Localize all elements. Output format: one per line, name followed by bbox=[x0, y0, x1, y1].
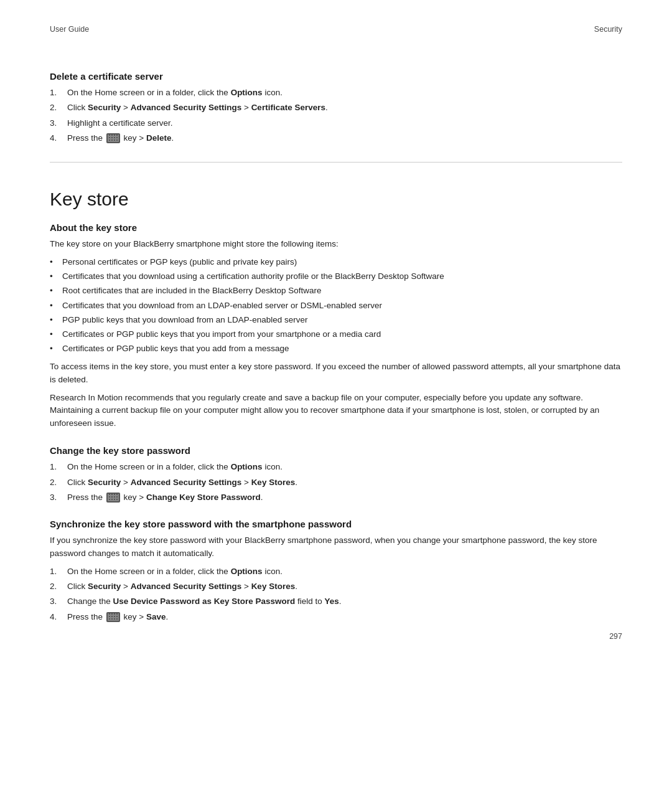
key-store-section: Key store bbox=[50, 162, 622, 210]
sync-key-store-intro: If you synchronize the key store passwor… bbox=[50, 534, 622, 560]
list-item: •Certificates that you download from an … bbox=[50, 300, 622, 312]
list-item: 1. On the Home screen or in a folder, cl… bbox=[50, 565, 622, 578]
sync-key-store-steps: 1. On the Home screen or in a folder, cl… bbox=[50, 565, 622, 623]
list-item: •Certificates that you download using a … bbox=[50, 270, 622, 283]
list-item: •Certificates or PGP public keys that yo… bbox=[50, 342, 622, 355]
change-key-store-steps: 1. On the Home screen or in a folder, cl… bbox=[50, 461, 622, 504]
sync-key-store-section: Synchronize the key store password with … bbox=[50, 519, 622, 623]
list-item: •Root certificates that are included in … bbox=[50, 285, 622, 297]
list-item: 2. Click Security > Advanced Security Se… bbox=[50, 476, 622, 489]
list-item: 4. Press the key > Save. bbox=[50, 611, 622, 623]
page: User Guide Security Delete a certificate… bbox=[0, 0, 672, 666]
list-item: 3. Press the key > Change Key Store Pass… bbox=[50, 491, 622, 504]
key-store-title: Key store bbox=[50, 189, 622, 210]
list-item: •Certificates or PGP public keys that yo… bbox=[50, 328, 622, 341]
delete-cert-steps: 1. On the Home screen or in a folder, cl… bbox=[50, 87, 622, 144]
about-key-store-para1: To access items in the key store, you mu… bbox=[50, 361, 622, 387]
sync-key-store-title: Synchronize the key store password with … bbox=[50, 519, 622, 529]
menu-key-icon bbox=[106, 133, 120, 143]
delete-cert-section: Delete a certificate server 1. On the Ho… bbox=[50, 71, 622, 144]
list-item: 4. Press the key > Delete. bbox=[50, 132, 622, 144]
list-item: 2. Click Security > Advanced Security Se… bbox=[50, 580, 622, 593]
change-key-store-title: Change the key store password bbox=[50, 445, 622, 456]
about-key-store-title: About the key store bbox=[50, 222, 622, 233]
header-right: Security bbox=[594, 25, 622, 34]
delete-cert-title: Delete a certificate server bbox=[50, 71, 622, 82]
about-key-store-para2: Research In Motion recommends that you r… bbox=[50, 392, 622, 431]
list-item: •Personal certificates or PGP keys (publ… bbox=[50, 256, 622, 268]
about-key-store-intro: The key store on your BlackBerry smartph… bbox=[50, 238, 622, 251]
about-key-store-section: About the key store The key store on you… bbox=[50, 222, 622, 430]
page-header: User Guide Security bbox=[50, 25, 622, 34]
header-left: User Guide bbox=[50, 25, 89, 34]
list-item: 1. On the Home screen or in a folder, cl… bbox=[50, 461, 622, 473]
list-item: 2. Click Security > Advanced Security Se… bbox=[50, 101, 622, 114]
menu-key-icon bbox=[106, 612, 120, 622]
list-item: 3. Highlight a certificate server. bbox=[50, 117, 622, 130]
change-key-store-section: Change the key store password 1. On the … bbox=[50, 445, 622, 504]
list-item: 3. Change the Use Device Password as Key… bbox=[50, 595, 622, 608]
page-footer: 297 bbox=[609, 632, 622, 641]
page-number: 297 bbox=[609, 632, 622, 641]
list-item: 1. On the Home screen or in a folder, cl… bbox=[50, 87, 622, 99]
menu-key-icon bbox=[106, 493, 120, 503]
list-item: •PGP public keys that you download from … bbox=[50, 314, 622, 326]
about-key-store-bullets: •Personal certificates or PGP keys (publ… bbox=[50, 256, 622, 356]
